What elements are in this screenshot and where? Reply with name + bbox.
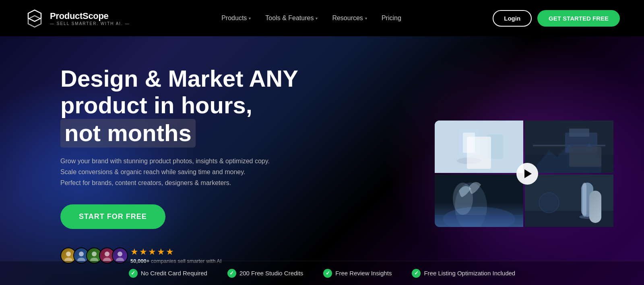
nav-links: Products ▾ Tools & Features ▾ Resources … (221, 15, 401, 22)
nav-item-tools[interactable]: Tools & Features ▾ (265, 15, 318, 22)
logo-tagline: — SELL SMARTER. WITH AI. — (50, 21, 130, 26)
product-image-4 (525, 175, 613, 227)
svg-point-16 (457, 158, 481, 164)
check-icon: ✓ (227, 269, 236, 278)
svg-point-5 (79, 252, 84, 256)
svg-point-3 (66, 252, 71, 256)
badge-no-cc: ✓ No Credit Card Required (129, 269, 207, 278)
check-icon: ✓ (323, 269, 332, 278)
svg-point-9 (105, 252, 109, 256)
badge-review-insights: ✓ Free Review Insights (323, 269, 392, 278)
nav-item-pricing[interactable]: Pricing (382, 15, 401, 22)
product-image-2 (525, 121, 613, 173)
check-icon: ✓ (129, 269, 138, 278)
svg-rect-21 (569, 129, 589, 137)
logo[interactable]: ProductScope — SELL SMARTER. WITH AI. — (24, 8, 130, 29)
start-free-button[interactable]: START FOR FREE (60, 204, 165, 229)
nav-actions: Login GET STARTED FREE (493, 10, 620, 27)
svg-point-34 (539, 193, 559, 213)
svg-rect-28 (435, 215, 523, 227)
badge-listing-opt: ✓ Free Listing Optimization Included (412, 269, 515, 278)
check-icon: ✓ (412, 269, 421, 278)
badge-studio-credits: ✓ 200 Free Studio Credits (227, 269, 303, 278)
chevron-down-icon: ▾ (316, 16, 318, 21)
svg-rect-15 (463, 133, 475, 153)
chevron-down-icon: ▾ (249, 16, 251, 21)
svg-rect-17 (487, 135, 503, 159)
hero-left-content: Design & Market ANY product in hours, no… (60, 65, 350, 264)
hero-subtext: Grow your brand with stunning product ph… (60, 156, 278, 189)
svg-rect-13 (435, 121, 523, 173)
svg-point-7 (92, 252, 97, 256)
play-icon (524, 169, 532, 178)
play-button[interactable] (516, 163, 538, 185)
svg-point-25 (443, 207, 515, 227)
svg-rect-32 (582, 183, 586, 217)
navbar: ProductScope — SELL SMARTER. WITH AI. — … (0, 0, 644, 36)
login-button[interactable]: Login (493, 10, 532, 27)
svg-rect-0 (24, 8, 45, 29)
nav-item-products[interactable]: Products ▾ (221, 15, 251, 22)
svg-point-11 (118, 252, 122, 256)
bottom-badges-bar: ✓ No Credit Card Required ✓ 200 Free Stu… (0, 261, 644, 285)
get-started-button[interactable]: GET STARTED FREE (537, 10, 620, 27)
svg-point-33 (579, 215, 595, 219)
logo-name: ProductScope (50, 11, 130, 21)
svg-rect-30 (525, 211, 613, 227)
nav-item-resources[interactable]: Resources ▾ (332, 15, 367, 22)
product-image-3 (435, 175, 523, 227)
chevron-down-icon: ▾ (365, 16, 367, 21)
product-image-1 (435, 121, 523, 173)
hero-image-grid (435, 121, 620, 217)
hero-headline: Design & Market ANY product in hours, no… (60, 65, 350, 148)
hero-section: Design & Market ANY product in hours, no… (0, 36, 644, 285)
